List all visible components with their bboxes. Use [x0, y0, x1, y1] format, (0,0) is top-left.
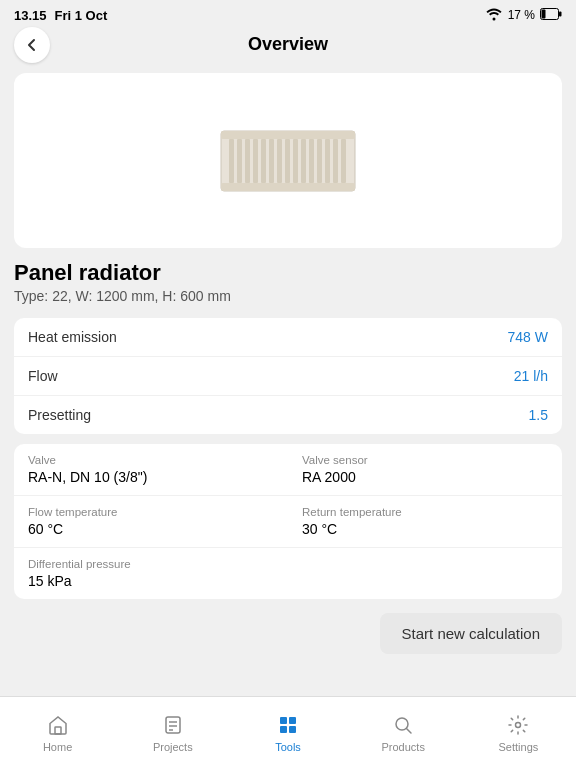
status-date: Fri 1 Oct — [55, 8, 108, 23]
page-title: Overview — [248, 34, 328, 55]
wifi-icon — [485, 7, 503, 24]
bottom-nav: Home Projects Tools — [0, 696, 576, 768]
projects-icon — [161, 713, 185, 737]
nav-tools[interactable]: Tools — [230, 697, 345, 768]
svg-rect-29 — [289, 726, 296, 733]
svg-rect-6 — [229, 139, 234, 183]
battery-text: 17 % — [508, 8, 535, 22]
detail-return-temp: Return temperature 30 °C — [288, 496, 562, 547]
home-icon — [46, 713, 70, 737]
content-area: Panel radiator Type: 22, W: 1200 mm, H: … — [0, 65, 576, 696]
svg-rect-8 — [245, 139, 250, 183]
details-card: Valve RA-N, DN 10 (3/8") Valve sensor RA… — [14, 444, 562, 599]
detail-row-diff: Differential pressure 15 kPa — [14, 548, 562, 599]
nav-settings-label: Settings — [499, 741, 539, 753]
svg-rect-27 — [289, 717, 296, 724]
stat-value-presetting: 1.5 — [529, 407, 548, 423]
svg-rect-11 — [269, 139, 274, 183]
svg-rect-10 — [261, 139, 266, 183]
nav-settings[interactable]: Settings — [461, 697, 576, 768]
radiator-image — [213, 116, 363, 206]
svg-rect-20 — [341, 139, 346, 183]
battery-icon — [540, 8, 562, 23]
stats-card: Heat emission 748 W Flow 21 l/h Presetti… — [14, 318, 562, 434]
nav-projects[interactable]: Projects — [115, 697, 230, 768]
svg-rect-9 — [253, 139, 258, 183]
nav-products[interactable]: Products — [346, 697, 461, 768]
product-type: Type: 22, W: 1200 mm, H: 600 mm — [14, 288, 562, 304]
detail-row-valve: Valve RA-N, DN 10 (3/8") Valve sensor RA… — [14, 444, 562, 496]
svg-rect-4 — [221, 131, 355, 139]
svg-line-31 — [407, 728, 412, 733]
svg-rect-17 — [317, 139, 322, 183]
nav-home-label: Home — [43, 741, 72, 753]
valve-value: RA-N, DN 10 (3/8") — [28, 469, 274, 485]
nav-tools-label: Tools — [275, 741, 301, 753]
svg-rect-12 — [277, 139, 282, 183]
svg-rect-15 — [301, 139, 306, 183]
svg-rect-16 — [309, 139, 314, 183]
nav-projects-label: Projects — [153, 741, 193, 753]
valve-label: Valve — [28, 454, 274, 466]
svg-rect-19 — [333, 139, 338, 183]
detail-valve: Valve RA-N, DN 10 (3/8") — [14, 444, 288, 495]
start-calculation-button[interactable]: Start new calculation — [380, 613, 562, 654]
svg-rect-7 — [237, 139, 242, 183]
nav-products-label: Products — [382, 741, 425, 753]
stat-row-heat: Heat emission 748 W — [14, 318, 562, 357]
svg-rect-18 — [325, 139, 330, 183]
status-time: 13.15 — [14, 8, 47, 23]
stat-label-presetting: Presetting — [28, 407, 91, 423]
flow-temp-value: 60 °C — [28, 521, 274, 537]
tools-icon — [276, 713, 300, 737]
svg-rect-21 — [55, 727, 61, 734]
header: Overview — [0, 28, 576, 65]
status-bar: 13.15 Fri 1 Oct 17 % — [0, 0, 576, 28]
back-button[interactable] — [14, 27, 50, 63]
product-title-area: Panel radiator Type: 22, W: 1200 mm, H: … — [14, 258, 562, 308]
stat-label-flow: Flow — [28, 368, 58, 384]
action-area: Start new calculation — [14, 609, 562, 654]
product-name: Panel radiator — [14, 260, 562, 286]
svg-rect-2 — [559, 11, 562, 16]
settings-icon — [506, 713, 530, 737]
svg-point-32 — [516, 722, 521, 727]
stat-value-heat: 748 W — [508, 329, 548, 345]
radiator-image-card — [14, 73, 562, 248]
detail-valve-sensor: Valve sensor RA 2000 — [288, 444, 562, 495]
stat-row-presetting: Presetting 1.5 — [14, 396, 562, 434]
svg-rect-5 — [221, 183, 355, 191]
stat-value-flow: 21 l/h — [514, 368, 548, 384]
nav-home[interactable]: Home — [0, 697, 115, 768]
diff-pressure-label: Differential pressure — [28, 558, 548, 570]
detail-flow-temp: Flow temperature 60 °C — [14, 496, 288, 547]
svg-rect-28 — [280, 726, 287, 733]
svg-rect-1 — [542, 9, 546, 18]
svg-rect-13 — [285, 139, 290, 183]
valve-sensor-value: RA 2000 — [302, 469, 548, 485]
svg-rect-26 — [280, 717, 287, 724]
diff-pressure-value: 15 kPa — [28, 573, 548, 589]
return-temp-value: 30 °C — [302, 521, 548, 537]
valve-sensor-label: Valve sensor — [302, 454, 548, 466]
stat-label-heat: Heat emission — [28, 329, 117, 345]
svg-rect-14 — [293, 139, 298, 183]
flow-temp-label: Flow temperature — [28, 506, 274, 518]
detail-row-temps: Flow temperature 60 °C Return temperatur… — [14, 496, 562, 548]
products-icon — [391, 713, 415, 737]
return-temp-label: Return temperature — [302, 506, 548, 518]
stat-row-flow: Flow 21 l/h — [14, 357, 562, 396]
status-right: 17 % — [485, 7, 562, 24]
